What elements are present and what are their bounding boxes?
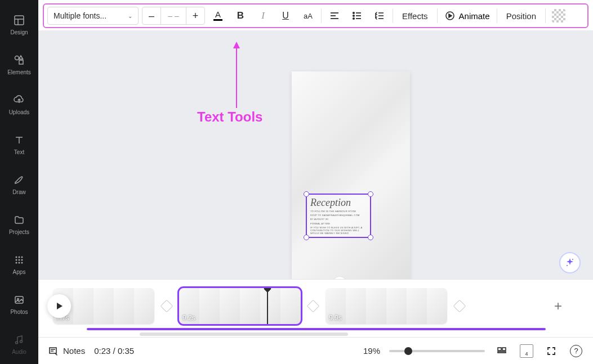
font-family-select[interactable]: Multiple fonts... ⌄	[47, 7, 139, 25]
clip-track[interactable]: 7.7s9.2s9.9s	[77, 288, 532, 324]
italic-button[interactable]: I	[253, 6, 273, 25]
svg-point-6	[19, 257, 20, 258]
ai-assistant-button[interactable]	[559, 252, 581, 273]
left-sidebar: Design Elements Uploads Text Draw Projec…	[0, 0, 38, 364]
nav-draw[interactable]: Draw	[0, 164, 38, 204]
clip-frame	[220, 288, 240, 324]
audio-track[interactable]	[87, 328, 546, 330]
toolbar-wrap: Multiple fonts... ⌄ – – – + A B I U aA	[38, 0, 593, 30]
svg-rect-4	[19, 60, 23, 64]
spacing-button[interactable]	[370, 6, 389, 25]
clip-frame	[346, 288, 366, 324]
horizontal-scrollbar[interactable]	[38, 331, 593, 337]
svg-point-27	[353, 18, 354, 19]
canvas[interactable]: Text Tools Reception To follow in the Ha…	[38, 30, 593, 279]
clip-frame	[260, 288, 280, 324]
notes-icon	[47, 345, 59, 357]
clip-frame	[386, 288, 407, 324]
timeline-clip[interactable]: 9.9s	[326, 288, 447, 324]
page-list-button[interactable]: 4	[519, 343, 534, 359]
alignment-button[interactable]	[325, 6, 344, 25]
pencil-icon	[12, 173, 26, 187]
footer-bar: Notes 0:23 / 0:35 19% 4 ?	[38, 337, 593, 364]
svg-point-9	[19, 259, 20, 261]
timeline-clip[interactable]: 9.2s	[179, 288, 301, 324]
zoom-slider[interactable]	[389, 350, 485, 352]
transition-button[interactable]	[453, 300, 466, 313]
playhead[interactable]	[267, 289, 268, 324]
add-page-button[interactable]: +	[532, 288, 584, 324]
photo-icon	[12, 293, 26, 307]
transition-button[interactable]	[307, 300, 320, 313]
animate-label: Animate	[459, 11, 490, 21]
nav-label: Audio	[12, 349, 26, 355]
svg-point-16	[16, 341, 18, 344]
transparency-button[interactable]	[549, 6, 568, 25]
increase-size-button[interactable]: +	[186, 7, 204, 24]
chevron-down-icon: ⌄	[128, 13, 132, 19]
decrease-size-button[interactable]: –	[142, 7, 160, 24]
nav-label: Design	[10, 29, 28, 35]
separator	[437, 8, 438, 23]
play-icon	[54, 301, 64, 311]
clip-frame	[199, 288, 220, 324]
fullscreen-button[interactable]	[543, 343, 559, 359]
font-name: Multiple fonts...	[53, 11, 106, 20]
bold-button[interactable]: B	[231, 6, 250, 25]
text-color-button[interactable]: A	[208, 6, 228, 25]
uppercase-button[interactable]: aA	[298, 6, 318, 25]
transparency-icon	[552, 9, 565, 23]
underline-button[interactable]: U	[276, 6, 295, 25]
separator	[545, 8, 546, 23]
clip-frame	[240, 288, 260, 324]
clip-frame	[114, 288, 134, 324]
grid-icon	[12, 253, 26, 267]
play-button[interactable]	[47, 294, 71, 318]
nav-label: Projects	[9, 229, 29, 235]
svg-point-10	[21, 259, 23, 261]
svg-rect-19	[213, 19, 222, 21]
animate-icon	[444, 10, 456, 21]
nav-label: Text	[14, 149, 24, 155]
nav-text[interactable]: Text	[0, 124, 38, 164]
nav-label: Photos	[10, 309, 28, 315]
clip-frame	[93, 288, 114, 324]
nav-uploads[interactable]: Uploads	[0, 84, 38, 124]
transition-button[interactable]	[160, 300, 173, 313]
separator	[497, 8, 497, 23]
svg-point-35	[572, 259, 573, 260]
resize-handle-tr[interactable]	[368, 191, 373, 197]
grid-view-button[interactable]	[494, 343, 510, 359]
text-title: Reception	[310, 197, 367, 209]
nav-design[interactable]: Design	[0, 5, 38, 44]
animate-button[interactable]: Animate	[441, 10, 493, 21]
effects-button[interactable]: Effects	[396, 11, 434, 21]
clip-duration: 9.2s	[182, 314, 195, 322]
notes-button[interactable]: Notes	[47, 345, 85, 357]
svg-rect-39	[498, 352, 506, 353]
annotation-label: Text Tools	[197, 109, 262, 125]
design-page[interactable]	[292, 71, 410, 279]
scroll-thumb[interactable]	[140, 332, 348, 336]
nav-audio[interactable]: Audio	[0, 324, 38, 364]
clip-frame	[366, 288, 386, 324]
selected-text-box[interactable]: Reception To follow in the Harbour Room …	[306, 194, 371, 238]
text-line: To follow in the Harbour Room	[310, 210, 367, 213]
help-button[interactable]: ?	[568, 343, 584, 359]
separator	[321, 8, 322, 23]
timeline: 7.7s9.2s9.9s +	[38, 279, 593, 337]
timeline-row: 7.7s9.2s9.9s +	[38, 280, 593, 328]
zoom-thumb[interactable]	[404, 347, 412, 355]
nav-elements[interactable]: Elements	[0, 44, 38, 84]
nav-apps[interactable]: Apps	[0, 244, 38, 284]
main-area: Multiple fonts... ⌄ – – – + A B I U aA	[38, 0, 593, 364]
list-button[interactable]	[347, 6, 367, 25]
svg-point-11	[16, 262, 17, 264]
clip-duration: 9.9s	[329, 314, 342, 322]
svg-point-13	[21, 262, 23, 264]
nav-projects[interactable]: Projects	[0, 204, 38, 244]
font-size-input[interactable]: – –	[160, 7, 186, 24]
resize-handle-tl[interactable]	[304, 191, 309, 197]
nav-photos[interactable]: Photos	[0, 284, 38, 324]
position-button[interactable]: Position	[501, 11, 542, 21]
